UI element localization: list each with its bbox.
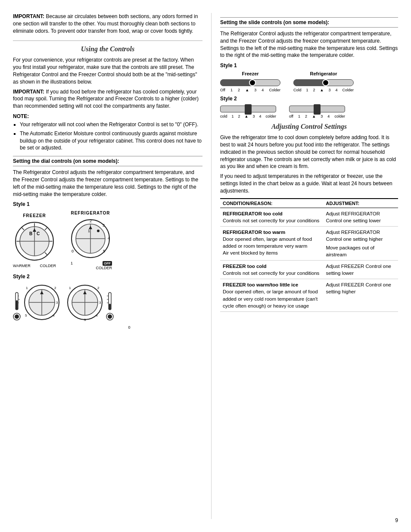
dial-description: The Refrigerator Control adjusts the ref… [13,169,202,198]
slide-description: The Refrigerator Control adjusts the ref… [220,30,398,59]
right-column: Setting the slide controls (on some mode… [211,13,398,519]
off-s2r: off [289,114,293,118]
adjustment-cell-3: Adjust FREEZER Control one setting lower [324,261,398,279]
colder-s2r: colder [334,114,345,118]
num2-s2r: 2 [305,114,307,118]
num3r: 3 [328,88,330,92]
svg-text:2: 2 [90,219,92,223]
page-number: 9 [395,517,398,523]
num1: 1 [230,88,233,92]
style2-refrig-slide: off 1 2 ▲ 3 4 colder [289,104,345,118]
freezer-dial-svg: B C [13,220,56,263]
intro-text: For your convenience, your refrigerator … [13,57,197,84]
style2-zero: 0 [56,325,202,330]
svg-text:4: 4 [53,314,55,317]
note-bullet-2: The Automatic Exterior Moisture control … [20,130,202,152]
warmer-label: WARMER [13,264,31,268]
style1-refrig-slide: Refrigerator Cold 1 2 ▲ 3 4 Colder [293,71,354,92]
adj-desc2: If you need to adjust temperatures in th… [220,173,398,194]
style1-slide-row: Freezer Off 1 2 ▲ 3 4 Colder [220,71,398,92]
svg-text:4: 4 [96,314,98,317]
num4: 4 [262,88,264,92]
thermometer-left-icon [13,292,21,322]
freezer-dial-style1: FREEZER [13,213,56,268]
num1-label: 1 [71,261,73,266]
right-style2-label: Style 2 [220,96,398,102]
style1-refrig-fill [293,79,326,86]
style2-freezer-nums-row: cold 1 2 ▲ 3 4 colder [220,114,276,118]
svg-rect-26 [16,300,18,310]
style1-freezer-nums-row: Off 1 2 ▲ 3 4 Colder [220,88,280,92]
cold-s2: cold [220,114,227,118]
style2-freezer-thumb [245,104,252,115]
note-bullet-1: Your refrigerator will not cool when the… [20,121,202,128]
off-badge: OFF [103,261,112,266]
style1-refrig-track [293,78,354,87]
svg-rect-53 [109,304,111,310]
adjustment-cell-4: Adjust FREEZER Control one setting highe… [324,279,398,311]
num4-s2f: 4 [259,114,261,118]
num2-s2f: 2 [238,114,240,118]
table-row: REFRIGERATOR too warm Door opened often,… [220,226,398,260]
style2-refrig-nums-row: off 1 2 ▲ 3 4 colder [289,114,345,118]
colder-s2f: colder [265,114,276,118]
style1-freezer-slide: Freezer Off 1 2 ▲ 3 4 Colder [220,71,280,92]
table-row: REFRIGERATOR too cold Controls not set c… [220,208,398,226]
condition-detail-4: Door opened often, or large amount of fo… [223,288,321,309]
svg-point-24 [97,230,100,232]
svg-text:C: C [37,231,40,236]
condition-bold-1: REFRIGERATOR too cold [223,210,321,217]
style1-freezer-track [220,78,280,87]
table-header-row: CONDITION/REASON: ADJUSTMENT: [220,199,398,208]
table-row: FREEZER too warm/too little ice Door ope… [220,279,398,311]
svg-text:5: 5 [25,314,27,317]
condition-bold-4: FREEZER too warm/too little ice [223,281,321,288]
refrigerator-dial-svg: 2 3 4 5 0 1 [69,217,112,260]
refrigerator-label-style1: REFRIGERATOR [71,211,110,215]
adj-2b: Move packages out of airstream [326,244,395,258]
cold-label: Cold [293,88,302,92]
colder-label-s1f: Colder [269,88,280,92]
refrigerator-dial-style1: REFRIGERATOR 2 3 4 5 0 [69,211,112,270]
note-label: NOTE: [13,113,202,119]
condition-detail-3: Controls not set correctly for your cond… [223,270,321,277]
adj-2a: Adjust REFRIGERATOR Control one setting … [326,229,395,243]
style2-refrig-dial: 1 2 3 4 5 [65,283,104,322]
style2-label: Style 2 [13,274,202,280]
svg-line-2 [45,227,47,230]
num1r: 1 [306,88,308,92]
svg-text:2: 2 [54,286,56,290]
note-bullets: Your refrigerator will not cool when the… [20,121,202,152]
intro-paragraph: For your convenience, your refrigerator … [13,56,202,85]
svg-text:1: 1 [26,286,28,290]
num3: 3 [254,88,256,92]
style2-freezer-group: 1 2 3 4 5 [13,283,61,322]
colder-label-freeze: COLDER [40,264,56,268]
num1-s2f: 1 [232,114,234,118]
thermometer-right-icon [106,292,114,322]
important-label: IMPORTANT: [13,13,44,19]
style2-freezer-track [220,104,276,114]
style2-dial-row: 1 2 3 4 5 1 [13,283,202,322]
style1-freezer-fill [220,79,252,86]
condition-detail-2b: Air vent blocked by items [223,249,321,256]
style1-refrig-label: Refrigerator [293,71,354,76]
condition-cell-1: REFRIGERATOR too cold Controls not set c… [220,208,324,226]
style2-freezer-dial: 1 2 3 4 5 [22,283,61,322]
num3-s2f: 3 [252,114,255,118]
svg-text:1: 1 [88,229,90,233]
style2-freezer-dial-container: 1 2 3 4 5 [22,283,61,322]
style2-refrig-thumb [314,104,321,115]
using-controls-title: Using the Controls [13,45,202,53]
colder-label-s1r: Colder [342,88,354,92]
style1-dial-row: FREEZER [13,211,202,270]
adjustment-table: CONDITION/REASON: ADJUSTMENT: REFRIGERAT… [220,198,398,312]
col2-header: ADJUSTMENT: [324,199,398,208]
style1-freezer-label: Freezer [220,71,280,76]
right-style1-label: Style 1 [220,62,398,68]
num2r: 2 [313,88,315,92]
arrow-up-r: ▲ [320,88,324,92]
style2-slide-row: cold 1 2 ▲ 3 4 colder off 1 2 [220,104,398,118]
arrow-up: ▲ [245,88,249,92]
slide-subsection-title: Setting the slide controls (on some mode… [220,17,398,28]
